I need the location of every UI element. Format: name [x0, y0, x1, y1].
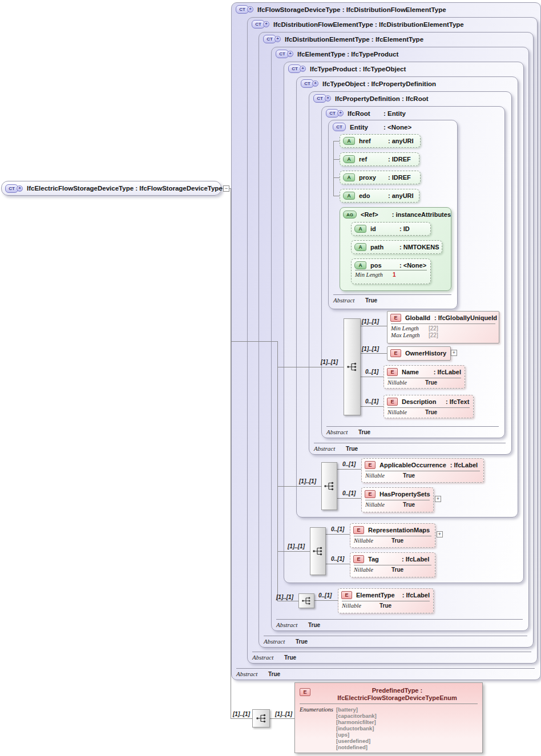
- abstract-footer: Abstract True: [333, 294, 451, 304]
- attribute-type: : anyURI: [388, 138, 414, 144]
- collapse-toggle[interactable]: −: [223, 185, 229, 192]
- cardinality: [1]..[1]: [276, 594, 293, 600]
- attribute-id: A id : ID: [351, 222, 431, 236]
- complex-type-icon: CT+: [252, 20, 269, 29]
- cardinality: 0..[1]: [365, 398, 378, 405]
- expand-icon[interactable]: +: [312, 80, 318, 87]
- abstract-footer: Abstract True: [252, 652, 531, 661]
- attribute-pos: A pos : <None> Min Length 1: [351, 258, 431, 284]
- expand-icon[interactable]: +: [247, 6, 253, 13]
- type-header: CT+ IfcTypeObject : IfcPropertyDefinitio…: [301, 79, 436, 88]
- sequence-icon: [312, 545, 324, 557]
- type-name: IfcRoot: [348, 110, 379, 117]
- sequence-indicator: [252, 709, 270, 727]
- element-type: : IfcLabel: [402, 556, 429, 563]
- attribute-icon: A: [354, 243, 366, 251]
- element-applicableoccurrence: E ApplicableOccurrence : IfcLabel Nillab…: [361, 458, 484, 483]
- cardinality: [1]..[1]: [275, 711, 292, 717]
- cardinality: [1]..[1]: [362, 346, 379, 352]
- connector: [277, 341, 278, 601]
- complex-type-icon: CT+: [301, 79, 318, 88]
- element-name: GlobalId: [405, 314, 430, 321]
- sequence-icon: [346, 361, 358, 373]
- element-icon: E: [341, 591, 352, 599]
- facet-nillable: Nillable True: [354, 537, 431, 544]
- enum-value: [userdefined]: [336, 738, 377, 744]
- type-label: IfcDistributionFlowElementType : IfcDist…: [273, 21, 464, 28]
- expand-icon[interactable]: +: [337, 110, 344, 116]
- complex-type-icon: CT: [333, 123, 346, 131]
- attribute-name: ref: [359, 156, 384, 163]
- element-globalid: E GlobalId : IfcGloballyUniqueId Min Len…: [387, 311, 499, 343]
- element-tag: E Tag : IfcLabel Nillable True: [350, 552, 435, 577]
- cardinality: [1]..[1]: [288, 543, 305, 549]
- type-label: IfcFlowStorageDeviceType : IfcDistributi…: [257, 6, 446, 13]
- attribute-proxy: A proxy : IDREF: [340, 171, 421, 184]
- connector: [333, 177, 340, 178]
- attribute-name: pos: [370, 262, 395, 269]
- abstract-footer: Abstract True: [264, 636, 527, 645]
- element-icon: E: [390, 349, 401, 357]
- connector: [333, 159, 340, 160]
- type-name: Entity: [350, 124, 379, 131]
- element-predefinedtype: E PredefinedType : IfcElectricFlowStorag…: [294, 682, 483, 753]
- expand-toggle[interactable]: +: [437, 531, 443, 537]
- complex-type-icon: CT+: [263, 35, 281, 43]
- expand-toggle[interactable]: +: [435, 496, 441, 502]
- cardinality: 0..[1]: [331, 526, 344, 532]
- attribute-icon: A: [354, 225, 366, 233]
- type-header: CT Entity : <None>: [333, 123, 411, 131]
- attribute-type: : IDREF: [388, 174, 411, 181]
- type-label: IfcPropertyDefinition : IfcRoot: [335, 95, 429, 102]
- expand-toggle[interactable]: +: [451, 350, 457, 356]
- connector: [333, 141, 334, 196]
- cardinality: 0..[1]: [342, 490, 356, 496]
- sequence-icon: [324, 480, 335, 492]
- enum-value: [harmonicfilter]: [336, 719, 377, 725]
- connector: [361, 377, 383, 377]
- cardinality: 0..[1]: [331, 556, 344, 562]
- element-type: : IfcLabel: [402, 592, 430, 599]
- complex-type-icon: CT+: [5, 184, 23, 193]
- element-description: E Description : IfcText Nillable True: [383, 395, 474, 418]
- connector: [231, 341, 278, 342]
- attribute-edo: A edo : anyURI: [340, 189, 419, 203]
- attribute-type: : <None>: [399, 262, 426, 269]
- attribute-ref: A ref : IDREF: [340, 152, 419, 166]
- facet-min-length: Min Length 1: [355, 272, 427, 278]
- expand-icon[interactable]: +: [274, 36, 281, 42]
- element-haspropertysets: E HasPropertySets Nillable True: [361, 487, 434, 512]
- type-label: IfcElementType : IfcTypeProduct: [297, 51, 398, 58]
- root-type-label: IfcElectricFlowStorageDeviceType : IfcFl…: [27, 185, 223, 192]
- enum-value: [notdefined]: [336, 744, 377, 750]
- group-name: <Ref>: [361, 211, 388, 218]
- sequence-indicator: [310, 527, 326, 575]
- facet-nillable: Nillable True: [365, 502, 430, 508]
- connector: [277, 486, 322, 487]
- root-type-box: CT+ IfcElectricFlowStorageDeviceType : I…: [1, 181, 221, 196]
- connector: [277, 551, 310, 552]
- attribute-href: A href : anyURI: [340, 134, 421, 148]
- connector: [361, 326, 387, 326]
- complex-type-icon: CT+: [236, 5, 253, 14]
- connector: [337, 469, 361, 470]
- expand-icon[interactable]: +: [17, 185, 23, 192]
- attribute-group-header: AG <Ref> : instanceAttributes: [340, 208, 451, 219]
- connector: [231, 188, 231, 719]
- expand-icon[interactable]: +: [325, 95, 331, 102]
- element-title: PredefinedType : IfcElectricFlowStorageD…: [316, 687, 479, 702]
- expand-icon[interactable]: +: [300, 66, 306, 72]
- element-type: : IfcLabel: [450, 462, 478, 468]
- element-representationmaps: E RepresentationMaps Nillable True: [350, 523, 435, 548]
- connector: [270, 718, 294, 719]
- xsd-diagram: CT+ IfcFlowStorageDeviceType : IfcDistri…: [0, 0, 541, 756]
- attribute-type: : anyURI: [388, 192, 414, 199]
- type-label: IfcTypeObject : IfcPropertyDefinition: [322, 80, 436, 87]
- element-name: ElementType: [356, 592, 398, 599]
- facet-min-length: Min Length [22]: [391, 325, 495, 332]
- expand-icon[interactable]: +: [263, 21, 269, 27]
- connector: [361, 406, 383, 407]
- expand-icon[interactable]: +: [287, 51, 293, 57]
- cardinality: [1]..[1]: [321, 359, 338, 365]
- enum-value: [inductorbank]: [336, 725, 377, 731]
